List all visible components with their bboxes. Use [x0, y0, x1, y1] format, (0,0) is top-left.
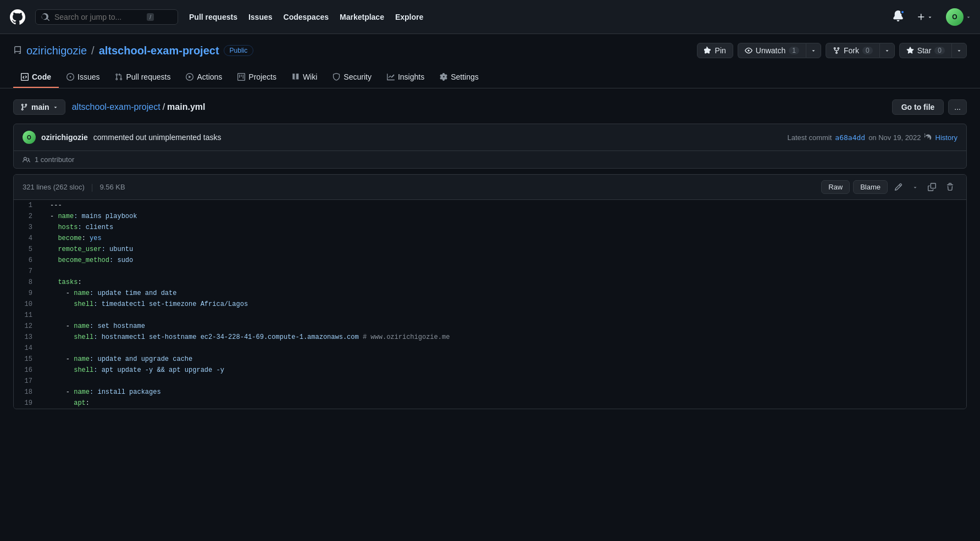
pin-button[interactable]: Pin — [697, 43, 733, 58]
chevron-down-icon — [912, 185, 918, 190]
delete-button[interactable] — [943, 181, 957, 193]
star-dropdown[interactable] — [951, 43, 967, 58]
tab-issues[interactable]: Issues — [59, 67, 107, 88]
copy-icon — [928, 183, 936, 191]
contributor-row: 1 contributor — [14, 151, 966, 168]
star-count: 0 — [934, 47, 945, 54]
tab-wiki[interactable]: Wiki — [284, 67, 325, 88]
edit-dropdown-button[interactable] — [909, 182, 921, 192]
unwatch-count: 1 — [789, 47, 799, 54]
notification-bell-wrapper[interactable] — [893, 10, 904, 23]
topnav-links: Pull requests Issues Codespaces Marketpl… — [189, 13, 423, 21]
line-code: - name: update time and date — [41, 288, 966, 299]
topnav: / Pull requests Issues Codespaces Market… — [0, 0, 980, 34]
star-button[interactable]: Star 0 — [899, 43, 951, 58]
plus-icon — [917, 13, 926, 21]
wiki-tab-icon — [292, 73, 300, 81]
breadcrumb-repo-link[interactable]: altschool-exam-project — [72, 102, 160, 112]
line-number: 1 — [14, 200, 41, 211]
fork-count: 0 — [862, 47, 873, 54]
line-code: remote_user: ubuntu — [41, 244, 966, 255]
nav-marketplace[interactable]: Marketplace — [340, 13, 384, 21]
file-code-header: 321 lines (262 sloc) | 9.56 KB Raw Blame — [14, 175, 966, 200]
line-code: shell: apt update -y && apt upgrade -y — [41, 365, 966, 376]
line-number: 14 — [14, 343, 41, 354]
line-number: 16 — [14, 365, 41, 376]
table-row: 16 shell: apt update -y && apt upgrade -… — [14, 365, 966, 376]
create-new-button[interactable] — [912, 10, 937, 24]
line-number: 4 — [14, 233, 41, 244]
repo-name-link[interactable]: altschool-exam-project — [99, 44, 219, 57]
user-avatar[interactable]: O — [946, 8, 971, 26]
line-number: 6 — [14, 255, 41, 266]
tab-pull-requests-label: Pull requests — [126, 72, 170, 81]
tab-settings[interactable]: Settings — [432, 67, 486, 88]
nav-explore[interactable]: Explore — [395, 13, 423, 21]
projects-tab-icon — [237, 73, 245, 81]
line-number: 12 — [14, 321, 41, 332]
file-path-right: Go to file ... — [892, 99, 967, 115]
contributors-icon — [23, 156, 30, 164]
nav-issues[interactable]: Issues — [248, 13, 273, 21]
nav-pull-requests[interactable]: Pull requests — [189, 13, 237, 21]
line-number: 15 — [14, 354, 41, 365]
breadcrumb-filename: main.yml — [167, 102, 205, 112]
file-code-box: 321 lines (262 sloc) | 9.56 KB Raw Blame — [13, 174, 967, 409]
nav-codespaces[interactable]: Codespaces — [284, 13, 329, 21]
branch-selector[interactable]: main — [13, 99, 65, 115]
line-code: - name: update and upgrade cache — [41, 354, 966, 365]
tab-actions[interactable]: Actions — [178, 67, 230, 88]
commit-row: O ozirichigozie commented out unimplemen… — [14, 124, 966, 151]
repo-title-row: ozirichigozie / altschool-exam-project P… — [13, 43, 967, 58]
search-input[interactable] — [54, 13, 142, 21]
copy-button[interactable] — [924, 181, 939, 193]
pin-icon — [704, 47, 712, 54]
github-logo[interactable] — [9, 8, 26, 26]
tab-code[interactable]: Code — [13, 67, 59, 88]
table-row: 18 - name: install packages — [14, 387, 966, 398]
eye-icon — [745, 47, 752, 54]
trash-icon — [946, 183, 954, 191]
tab-pull-requests[interactable]: Pull requests — [107, 67, 178, 88]
unwatch-button[interactable]: Unwatch 1 — [738, 43, 806, 58]
tab-projects[interactable]: Projects — [230, 67, 284, 88]
fork-button[interactable]: Fork 0 — [826, 43, 879, 58]
line-code — [41, 266, 966, 277]
edit-button[interactable] — [891, 181, 906, 193]
code-actions: Raw Blame — [821, 180, 957, 194]
tab-code-label: Code — [32, 72, 51, 81]
star-btn-group: Star 0 — [899, 43, 967, 58]
tab-security[interactable]: Security — [325, 67, 379, 88]
file-size: 9.56 KB — [99, 183, 125, 191]
unwatch-dropdown[interactable] — [806, 43, 821, 58]
table-row: 15 - name: update and upgrade cache — [14, 354, 966, 365]
tab-settings-label: Settings — [451, 72, 479, 81]
repo-tabs: Code Issues Pull requests Actions Projec… — [13, 67, 967, 88]
fork-dropdown[interactable] — [879, 43, 895, 58]
line-number: 7 — [14, 266, 41, 277]
line-code: - name: install packages — [41, 387, 966, 398]
tab-insights[interactable]: Insights — [379, 67, 432, 88]
fork-icon — [833, 47, 840, 54]
line-number: 8 — [14, 277, 41, 288]
topnav-search[interactable]: / — [35, 9, 178, 25]
table-row: 13 shell: hostnamectl set-hostname ec2-3… — [14, 332, 966, 343]
table-row: 1--- — [14, 200, 966, 211]
raw-button[interactable]: Raw — [821, 180, 850, 194]
go-to-file-button[interactable]: Go to file — [892, 99, 944, 115]
line-number: 9 — [14, 288, 41, 299]
line-code: - name: set hostname — [41, 321, 966, 332]
commit-hash-link[interactable]: a68a4dd — [835, 133, 865, 142]
commit-author-link[interactable]: ozirichigozie — [41, 133, 88, 142]
repo-owner-link[interactable]: ozirichigozie — [26, 44, 87, 57]
line-code: become: yes — [41, 233, 966, 244]
more-options-button[interactable]: ... — [948, 99, 967, 115]
blame-button[interactable]: Blame — [853, 180, 888, 194]
table-row: 7 — [14, 266, 966, 277]
line-number: 18 — [14, 387, 41, 398]
chevron-down-icon — [956, 48, 962, 53]
line-code — [41, 376, 966, 387]
repo-separator: / — [91, 44, 95, 57]
history-link[interactable]: History — [935, 133, 957, 142]
commit-box: O ozirichigozie commented out unimplemen… — [13, 124, 967, 169]
